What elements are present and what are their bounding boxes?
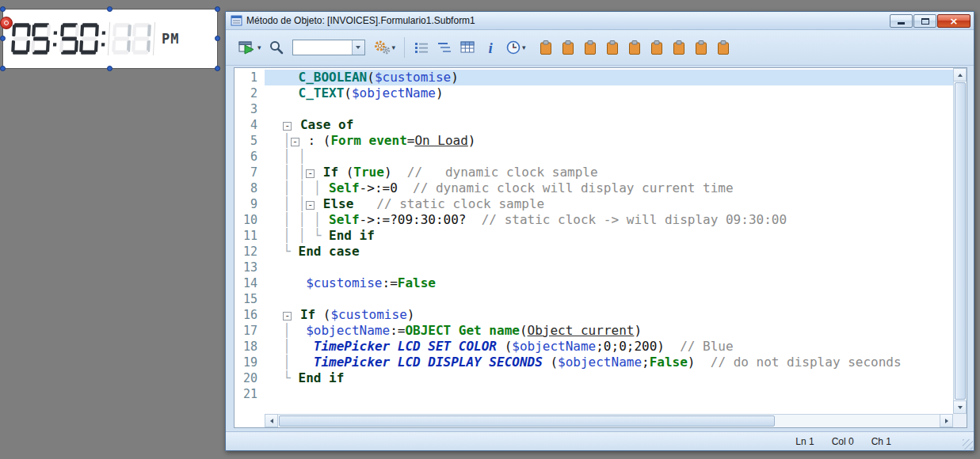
fold-toggle-icon[interactable]: - — [306, 201, 315, 210]
line-number[interactable]: 16 — [235, 307, 265, 323]
code-line-12[interactable]: └ End case — [265, 244, 953, 260]
line-number[interactable]: 21 — [235, 386, 265, 402]
chevron-down-icon[interactable]: ▾ — [392, 44, 396, 51]
code-line-1[interactable]: C_BOOLEAN($customise) — [265, 70, 953, 85]
code-line-4[interactable]: - Case of — [265, 117, 953, 133]
line-number[interactable]: 11 — [235, 228, 265, 244]
maximize-button[interactable] — [913, 14, 936, 28]
search-button[interactable] — [266, 36, 287, 59]
clipboard-button-4[interactable] — [602, 36, 623, 59]
resize-grip[interactable] — [963, 439, 973, 450]
clipboard-button-3[interactable] — [580, 36, 601, 59]
code-line-6[interactable]: │ │ — [265, 149, 953, 165]
vertical-scroll-thumb[interactable] — [955, 82, 966, 400]
chevron-down-icon[interactable]: ▾ — [257, 44, 261, 51]
chevron-down-icon[interactable]: ▾ — [522, 44, 526, 51]
search-combo[interactable] — [292, 40, 365, 55]
code-line-5[interactable]: │- : (Form event=On Load) — [265, 133, 953, 149]
vertical-scrollbar[interactable] — [953, 68, 967, 414]
scroll-left-button[interactable] — [265, 414, 278, 427]
clipboard-button-2[interactable] — [558, 36, 578, 59]
line-number[interactable]: 18 — [235, 339, 265, 355]
code-line-20[interactable]: └ End if — [265, 370, 953, 386]
code-line-14[interactable]: $customise:=False — [265, 275, 953, 291]
code-line-2[interactable]: C_TEXT($objectName) — [265, 85, 953, 101]
clipboard-button-8[interactable] — [691, 36, 711, 59]
last-commands-button[interactable]: ▾ — [503, 36, 528, 59]
line-number[interactable]: 4 — [235, 117, 265, 133]
code-line-8[interactable]: │ │ │ Self->:=0 // dynamic clock will di… — [265, 180, 953, 196]
macros-button[interactable]: ▾ — [371, 36, 398, 59]
code-line-18[interactable]: │ TimePicker LCD SET COLOR ($objectName;… — [265, 339, 953, 355]
line-number[interactable]: 10 — [235, 212, 265, 228]
scroll-down-button[interactable] — [953, 400, 967, 414]
code-line-9[interactable]: │ │- Else // static clock sample — [265, 196, 953, 212]
lcd-clock-widget[interactable]: PM — [2, 9, 218, 69]
line-number[interactable]: 13 — [235, 260, 265, 275]
clipboard-button-9[interactable] — [713, 36, 734, 59]
clipboard-icon — [649, 40, 665, 55]
code-line-17[interactable]: │ $objectName:=OBJECT Get name(Object cu… — [265, 323, 953, 339]
horizontal-scrollbar[interactable] — [265, 414, 953, 427]
code-line-11[interactable]: │ │ └ End if — [265, 228, 953, 244]
outline-button[interactable] — [434, 36, 455, 59]
close-button[interactable]: × — [937, 14, 970, 28]
line-number[interactable]: 17 — [235, 323, 265, 339]
fold-toggle-icon[interactable]: - — [283, 312, 292, 321]
line-number[interactable]: 19 — [235, 355, 265, 370]
line-number[interactable]: 7 — [235, 165, 265, 180]
selection-handle[interactable] — [0, 66, 6, 71]
fold-toggle-icon[interactable]: - — [291, 138, 299, 146]
code-line-19[interactable]: │ TimePicker LCD DISPLAY SECONDS ($objec… — [265, 355, 953, 370]
code-line-10[interactable]: │ │ │ Self->:=?09:30:00? // static clock… — [265, 212, 953, 228]
info-button[interactable]: i — [480, 36, 501, 59]
combo-dropdown-icon[interactable] — [352, 40, 364, 55]
line-number[interactable]: 9 — [235, 196, 265, 212]
scrollbar-corner — [953, 414, 967, 427]
selection-handle[interactable] — [107, 66, 112, 71]
line-number[interactable]: 15 — [235, 291, 265, 307]
minimize-button[interactable] — [890, 14, 913, 28]
code-editor[interactable]: 123456789101112131415161718192021 C_BOOL… — [234, 67, 967, 428]
clipboard-icon — [582, 40, 598, 55]
code-line-13[interactable] — [265, 260, 953, 275]
list-icon — [414, 40, 429, 55]
fold-toggle-icon[interactable]: - — [306, 169, 315, 178]
scroll-right-button[interactable] — [940, 414, 953, 427]
line-number[interactable]: 8 — [235, 180, 265, 196]
selection-handle[interactable] — [215, 66, 220, 71]
selection-handle[interactable] — [0, 6, 6, 12]
selection-handle[interactable] — [215, 6, 220, 12]
line-number[interactable]: 12 — [235, 244, 265, 260]
line-number[interactable]: 14 — [235, 275, 265, 291]
line-number[interactable]: 2 — [235, 85, 265, 101]
code-line-3[interactable] — [265, 101, 953, 117]
code-lines[interactable]: C_BOOLEAN($customise) C_TEXT($objectName… — [265, 68, 953, 414]
method-editor-window: Método de Objeto: [INVOICES].Formulario1… — [225, 11, 974, 451]
execute-method-button[interactable]: ▾ — [235, 36, 264, 59]
code-line-15[interactable] — [265, 291, 953, 307]
clipboard-button-7[interactable] — [669, 36, 689, 59]
selection-handle[interactable] — [0, 36, 6, 41]
callers-button[interactable] — [411, 36, 432, 59]
clipboard-button-5[interactable] — [624, 36, 645, 59]
line-number[interactable]: 6 — [235, 149, 265, 165]
titlebar[interactable]: Método de Objeto: [INVOICES].Formulario1… — [226, 12, 974, 30]
statusbar: Ln 1 Col 0 Ch 1 — [226, 431, 974, 450]
selection-handle[interactable] — [107, 6, 112, 12]
selection-handle[interactable] — [215, 36, 220, 41]
code-line-21[interactable] — [265, 386, 953, 402]
code-line-7[interactable]: │ │- If (True) // dynamic clock sample — [265, 165, 953, 180]
tables-button[interactable] — [457, 36, 478, 59]
horizontal-scroll-thumb[interactable] — [279, 415, 775, 427]
scroll-up-button[interactable] — [953, 68, 967, 82]
line-number[interactable]: 3 — [235, 101, 265, 117]
fold-toggle-icon[interactable]: - — [283, 122, 292, 131]
clipboard-button-1[interactable] — [536, 36, 556, 59]
line-number[interactable]: 1 — [235, 70, 265, 85]
line-number[interactable]: 20 — [235, 370, 265, 386]
line-number[interactable]: 5 — [235, 133, 265, 149]
code-line-16[interactable]: - If ($customise) — [265, 307, 953, 323]
object-method-badge[interactable] — [0, 17, 13, 29]
clipboard-button-6[interactable] — [646, 36, 667, 59]
